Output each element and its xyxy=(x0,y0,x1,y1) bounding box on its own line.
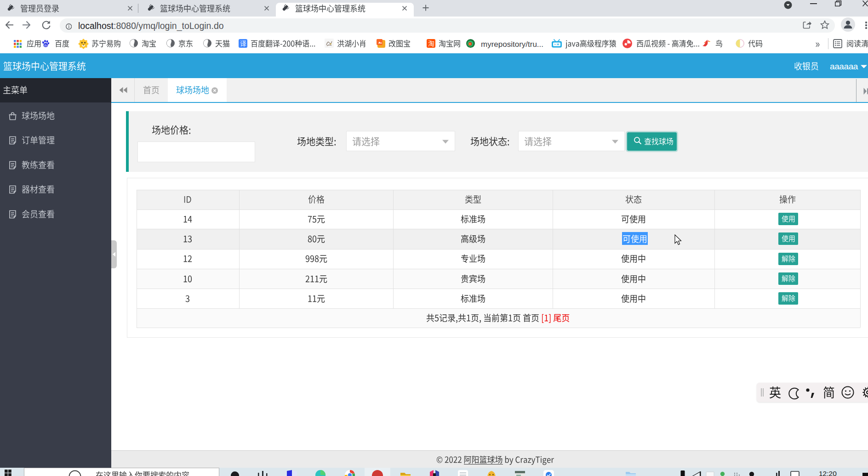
svg-text:du: du xyxy=(44,44,48,47)
